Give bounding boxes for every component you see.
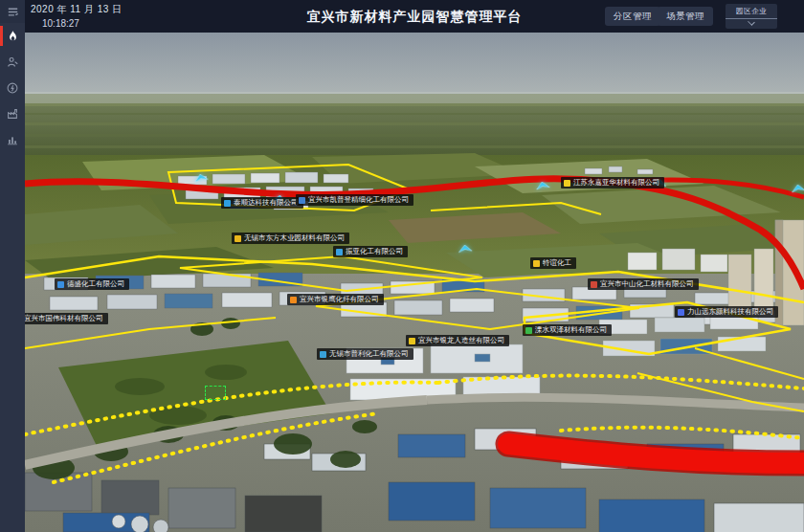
company-label-text: 江苏永嘉亚华材料有限公司 xyxy=(573,179,659,187)
company-label[interactable]: 力山远东颜料科技有限公司 xyxy=(675,306,778,318)
company-label[interactable]: 宜兴市银鹰化纤有限公司 xyxy=(287,294,384,305)
company-label-text: 溧水双泽材料有限公司 xyxy=(535,326,607,334)
company-icon xyxy=(533,260,540,267)
company-icon xyxy=(234,235,241,242)
person-icon xyxy=(6,55,19,69)
company-icon xyxy=(336,249,343,255)
flame-icon xyxy=(7,30,19,43)
company-label-text: 力山远东颜料科技有限公司 xyxy=(687,308,773,316)
company-icon xyxy=(290,297,297,303)
company-label-text: 宜兴市银鹰化纤有限公司 xyxy=(300,296,379,303)
company-icon xyxy=(57,281,64,288)
company-icon xyxy=(564,180,570,187)
smart-park-platform: 2020 年 11 月 13 日 10:18:27 宜兴市新材料产业园智慧管理平… xyxy=(0,0,804,532)
company-label[interactable]: 江苏永嘉亚华材料有限公司 xyxy=(561,177,664,188)
sidebar-item-statistics[interactable] xyxy=(0,126,25,152)
sidebar-item-fire-monitor[interactable] xyxy=(0,23,25,49)
vehicle-marker[interactable] xyxy=(457,239,474,258)
sidebar-item-personnel[interactable] xyxy=(0,49,25,75)
chevron-down-icon xyxy=(748,18,755,26)
company-icon xyxy=(678,309,684,316)
company-icon xyxy=(591,281,597,288)
company-label[interactable]: 宜兴市中山化工材料有限公司 xyxy=(588,278,699,290)
company-label[interactable]: 无锡市普利化工有限公司 xyxy=(317,348,413,360)
company-label-text: 宜兴市银龙人造丝有限公司 xyxy=(418,337,504,344)
company-label[interactable]: 宜兴市银龙人造丝有限公司 xyxy=(406,335,509,346)
company-label[interactable]: 宜兴市国伟科材有限公司 xyxy=(25,313,108,324)
company-label-text: 振亚化工有限公司 xyxy=(346,248,403,255)
company-icon xyxy=(409,338,415,344)
scene-management-button[interactable]: 场景管理 xyxy=(658,7,713,26)
company-label[interactable]: 特谊化工 xyxy=(530,257,576,269)
company-icon xyxy=(299,197,305,204)
factory-icon xyxy=(6,107,19,121)
hamburger-icon xyxy=(6,5,20,19)
company-icon xyxy=(320,351,326,358)
top-bar: 2020 年 11 月 13 日 10:18:27 宜兴市新材料产业园智慧管理平… xyxy=(25,0,804,33)
vehicle-marker[interactable] xyxy=(534,176,552,196)
left-toolbar xyxy=(0,0,25,532)
company-label-text: 宜兴市中山化工材料有限公司 xyxy=(600,280,694,288)
selection-box xyxy=(205,386,226,400)
company-label-text: 泰顺达科技有限公司 xyxy=(234,199,299,207)
company-label-text: 无锡市东方木业园材料有限公司 xyxy=(244,234,345,242)
sidebar-item-menu[interactable] xyxy=(0,0,25,23)
vehicle-marker[interactable] xyxy=(790,179,804,198)
zone-management-button[interactable]: 分区管理 xyxy=(605,7,660,26)
company-icon xyxy=(525,327,532,334)
company-label-text: 德盛化工有限公司 xyxy=(67,280,124,288)
company-label-text: 无锡市普利化工有限公司 xyxy=(329,350,409,358)
gauge-icon xyxy=(6,81,19,95)
company-label[interactable]: 振亚化工有限公司 xyxy=(333,246,408,257)
vehicle-marker[interactable] xyxy=(191,168,210,188)
sidebar-item-energy-monitor[interactable] xyxy=(0,75,25,100)
company-label[interactable]: 无锡市东方木业园材料有限公司 xyxy=(232,233,349,244)
map-label-layer: 泰顺达科技有限公司 宜兴市凯普登精细化工有限公司 无锡市东方木业园材料有限公司 … xyxy=(25,33,804,532)
company-icon xyxy=(224,200,231,207)
datetime: 2020 年 11 月 13 日 10:18:27 xyxy=(31,3,123,29)
sidebar-item-enterprises[interactable] xyxy=(0,100,25,126)
company-label[interactable]: 德盛化工有限公司 xyxy=(55,278,129,290)
company-label-text: 特谊化工 xyxy=(543,259,571,267)
current-time: 10:18:27 xyxy=(42,18,123,29)
page-title: 宜兴市新材料产业园智慧管理平台 xyxy=(307,9,523,26)
company-label[interactable]: 宜兴市凯普登精细化工有限公司 xyxy=(296,194,413,206)
map-viewport[interactable]: 泰顺达科技有限公司 宜兴市凯普登精细化工有限公司 无锡市东方木业园材料有限公司 … xyxy=(25,33,804,532)
current-date: 2020 年 11 月 13 日 xyxy=(31,3,123,16)
company-label-text: 宜兴市凯普登精细化工有限公司 xyxy=(308,196,409,204)
company-label[interactable]: 溧水双泽材料有限公司 xyxy=(523,324,612,336)
bar-chart-icon xyxy=(6,133,19,146)
park-enterprise-dropdown[interactable]: 园区企业 xyxy=(726,4,777,29)
dropdown-label: 园区企业 xyxy=(726,4,777,19)
company-label[interactable]: 泰顺达科技有限公司 xyxy=(221,197,303,209)
company-label-text: 宜兴市国伟科材有限公司 xyxy=(25,315,103,322)
